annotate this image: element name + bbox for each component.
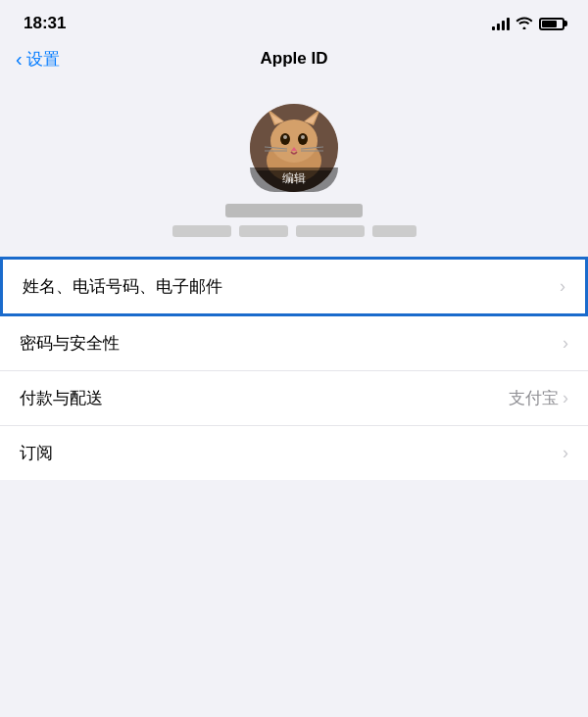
menu-item-right: › (560, 276, 565, 297)
status-icons (492, 16, 564, 32)
svg-point-10 (301, 135, 305, 139)
chevron-right-icon: › (563, 333, 568, 354)
menu-item-right: › (563, 333, 568, 354)
menu-item-label: 订阅 (20, 442, 53, 464)
page-title: Apple ID (261, 49, 328, 69)
avatar-wrapper[interactable]: 编辑 (250, 104, 338, 192)
menu-item-payment-delivery[interactable]: 付款与配送 支付宝 › (0, 371, 588, 426)
battery-icon (539, 18, 564, 30)
menu-item-name-phone-email[interactable]: 姓名、电话号码、电子邮件 › (0, 257, 588, 316)
svg-point-2 (270, 120, 318, 163)
status-time: 18:31 (24, 14, 66, 33)
menu-item-secondary: 支付宝 (509, 387, 559, 409)
back-button[interactable]: ‹ 设置 (16, 48, 60, 71)
menu-item-label: 密码与安全性 (20, 332, 120, 355)
menu-item-password-security[interactable]: 密码与安全性 › (0, 316, 588, 371)
profile-section: 编辑 (0, 80, 588, 257)
menu-item-subscription[interactable]: 订阅 › (0, 426, 588, 480)
wifi-icon (515, 16, 533, 32)
chevron-right-icon: › (563, 388, 568, 408)
nav-bar: ‹ 设置 Apple ID (0, 41, 588, 80)
menu-item-label: 姓名、电话号码、电子邮件 (23, 275, 222, 298)
back-chevron-icon: ‹ (16, 49, 23, 69)
menu-item-label: 付款与配送 (20, 387, 103, 409)
svg-point-9 (283, 135, 287, 139)
profile-name-blurred (225, 204, 363, 217)
chevron-right-icon: › (560, 276, 565, 297)
avatar-edit-label[interactable]: 编辑 (250, 167, 338, 192)
menu-item-right: 支付宝 › (509, 387, 568, 409)
back-label: 设置 (26, 48, 60, 71)
signal-icon (492, 17, 510, 30)
chevron-right-icon: › (563, 443, 568, 463)
status-bar: 18:31 (0, 0, 588, 41)
profile-email-blurred (172, 225, 416, 237)
menu-list: 姓名、电话号码、电子邮件 › 密码与安全性 › 付款与配送 支付宝 › 订阅 › (0, 257, 588, 480)
menu-item-right: › (563, 443, 568, 463)
